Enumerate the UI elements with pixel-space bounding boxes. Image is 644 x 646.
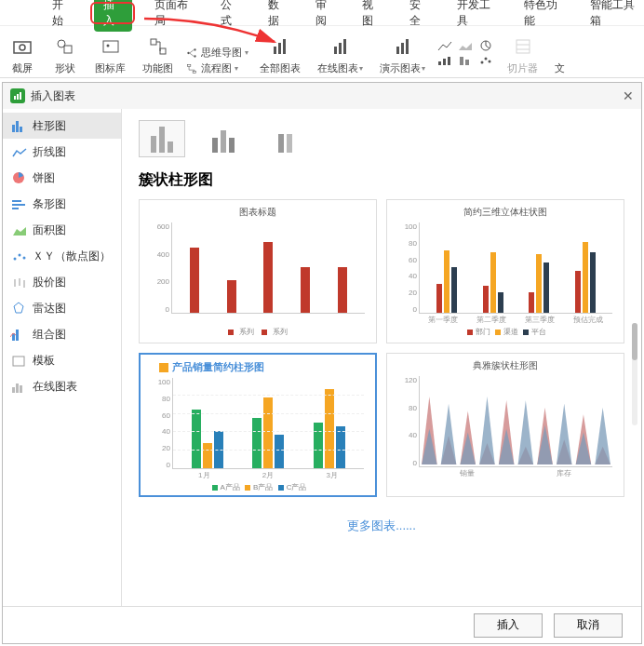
svg-point-29 bbox=[485, 57, 488, 60]
sidebar-label: 在线图表 bbox=[33, 379, 77, 395]
dialog-titlebar: 插入图表 ✕ bbox=[3, 83, 641, 109]
sidebar-label: 组合图 bbox=[33, 327, 66, 343]
svg-rect-38 bbox=[12, 200, 21, 202]
scrollbar[interactable] bbox=[632, 323, 637, 425]
chevron-down-icon: ▾ bbox=[245, 48, 248, 57]
sidebar-item-radar[interactable]: 雷达图 bbox=[3, 295, 121, 321]
mini-chart-icon[interactable] bbox=[436, 39, 453, 52]
mini-chart-icon[interactable] bbox=[457, 54, 474, 67]
svg-rect-31 bbox=[517, 40, 530, 53]
sidebar-item-area[interactable]: 面积图 bbox=[3, 217, 121, 243]
chart-bar-icon bbox=[328, 34, 354, 60]
chart-template-card[interactable]: 图表标题 6004002000 系列 系列 bbox=[139, 199, 377, 343]
ribbon-flowchart[interactable]: 流程图▾ bbox=[184, 61, 248, 75]
ribbon-label: 在线图表 bbox=[317, 61, 358, 75]
bar-chart-icon bbox=[12, 197, 27, 210]
chevron-down-icon: ▾ bbox=[422, 64, 425, 73]
svg-marker-66 bbox=[576, 433, 592, 465]
sidebar-item-template[interactable]: 模板 bbox=[3, 347, 121, 373]
svg-rect-6 bbox=[151, 39, 156, 45]
svg-marker-67 bbox=[595, 408, 610, 464]
ribbon-text[interactable]: 文 bbox=[549, 61, 570, 75]
svg-rect-12 bbox=[193, 71, 196, 73]
menu-bar: 开始 插入 页面布局 公式 数据 审阅 视图 安全 开发工具 特色功能 智能工具… bbox=[0, 0, 644, 26]
svg-rect-34 bbox=[14, 96, 16, 100]
ribbon-screenshot[interactable]: 截屏 bbox=[4, 34, 41, 75]
svg-rect-25 bbox=[448, 57, 450, 65]
svg-marker-64 bbox=[537, 425, 553, 464]
scrollbar-thumb[interactable] bbox=[632, 323, 637, 360]
svg-rect-7 bbox=[160, 48, 166, 54]
ribbon-label: 形状 bbox=[55, 61, 75, 75]
ribbon-all-charts[interactable]: 全部图表 bbox=[254, 34, 306, 75]
svg-rect-39 bbox=[12, 204, 25, 206]
ribbon-demo-charts[interactable]: 演示图表▾ bbox=[374, 34, 431, 75]
svg-point-41 bbox=[14, 258, 17, 261]
sidebar-item-combo[interactable]: 组合图 bbox=[3, 321, 121, 347]
ribbon: 截屏 形状 图标库 功能图 思维导图▾ 流程图▾ 全部图表 在线图表▾ 演示图表… bbox=[0, 26, 644, 78]
subtype-clustered[interactable] bbox=[139, 120, 185, 157]
subtype-stacked[interactable] bbox=[200, 120, 247, 157]
ribbon-label: 流程图 bbox=[201, 61, 232, 75]
ribbon-online-charts[interactable]: 在线图表▾ bbox=[312, 34, 369, 75]
ribbon-func-diagram[interactable]: 功能图 bbox=[137, 34, 179, 75]
chart-bar-icon bbox=[267, 34, 293, 60]
svg-rect-18 bbox=[343, 39, 346, 54]
svg-rect-24 bbox=[443, 59, 446, 65]
sidebar-label: 面积图 bbox=[33, 222, 66, 238]
sidebar-item-online[interactable]: 在线图表 bbox=[3, 373, 121, 399]
ribbon-mindmap[interactable]: 思维导图▾ bbox=[184, 46, 248, 60]
dialog-title-text: 插入图表 bbox=[31, 88, 75, 104]
insert-button[interactable]: 插入 bbox=[474, 613, 543, 638]
svg-point-10 bbox=[194, 55, 195, 57]
svg-point-43 bbox=[23, 257, 26, 260]
chart-template-card-selected[interactable]: 产品销量简约柱形图 100806040200 1月2月3月 A产品 B产品 C产… bbox=[139, 353, 377, 497]
sidebar-label: 模板 bbox=[33, 353, 55, 369]
shapes-icon bbox=[52, 34, 78, 60]
ribbon-label: 思维导图 bbox=[201, 46, 242, 60]
ribbon-mini-chart-grid[interactable] bbox=[436, 39, 496, 67]
pie-chart-icon bbox=[12, 171, 27, 184]
ribbon-label: 文 bbox=[555, 61, 565, 75]
ribbon-label: 切片器 bbox=[507, 61, 538, 75]
svg-rect-20 bbox=[401, 43, 404, 54]
ribbon-slicer[interactable]: 切片器 bbox=[502, 34, 543, 75]
sidebar-item-stock[interactable]: 股价图 bbox=[3, 269, 121, 295]
ribbon-label: 演示图表 bbox=[380, 61, 421, 75]
subtype-3d[interactable] bbox=[262, 120, 308, 157]
svg-marker-61 bbox=[479, 397, 495, 464]
ribbon-gallery[interactable]: 图标库 bbox=[89, 34, 131, 75]
sidebar-item-scatter[interactable]: ＸＹ（散点图） bbox=[3, 243, 121, 269]
sidebar-item-bar[interactable]: 条形图 bbox=[3, 191, 121, 217]
section-title: 簇状柱形图 bbox=[139, 170, 624, 190]
cancel-button[interactable]: 取消 bbox=[554, 613, 623, 638]
sidebar-item-line[interactable]: 折线图 bbox=[3, 139, 121, 165]
sidebar-label: 条形图 bbox=[33, 196, 66, 212]
sidebar-item-pie[interactable]: 饼图 bbox=[3, 165, 121, 191]
mini-chart-icon[interactable] bbox=[477, 39, 494, 52]
card-title: 简约三维立体柱状图 bbox=[393, 206, 618, 219]
more-charts-link[interactable]: 更多图表...... bbox=[139, 518, 624, 534]
sidebar-label: 雷达图 bbox=[33, 301, 66, 316]
svg-rect-17 bbox=[339, 43, 342, 54]
chart-template-card[interactable]: 典雅簇状柱形图 12080400 销量库存 bbox=[386, 353, 624, 497]
mini-chart-icon[interactable] bbox=[436, 54, 453, 67]
sidebar-label: 折线图 bbox=[33, 144, 66, 160]
svg-marker-59 bbox=[441, 404, 457, 464]
svg-point-5 bbox=[106, 45, 109, 47]
column-chart-icon bbox=[12, 119, 27, 132]
chart-template-card[interactable]: 简约三维立体柱状图 100806040200 第一季度第二季度第三季度预估完成 … bbox=[386, 199, 624, 343]
card-title: 图表标题 bbox=[145, 206, 370, 219]
subtype-thumbnails bbox=[139, 120, 624, 157]
close-button[interactable]: ✕ bbox=[623, 88, 634, 103]
mini-chart-icon[interactable] bbox=[457, 39, 474, 52]
mini-chart-icon[interactable] bbox=[477, 54, 494, 67]
app-badge-icon bbox=[10, 88, 25, 103]
ribbon-label: 功能图 bbox=[142, 61, 173, 75]
chevron-down-icon: ▾ bbox=[235, 64, 238, 73]
chart-bar-icon bbox=[390, 34, 416, 60]
svg-point-1 bbox=[20, 45, 25, 50]
camera-icon bbox=[9, 34, 35, 60]
sidebar-item-column[interactable]: 柱形图 bbox=[3, 113, 121, 139]
ribbon-shapes[interactable]: 形状 bbox=[47, 34, 84, 75]
